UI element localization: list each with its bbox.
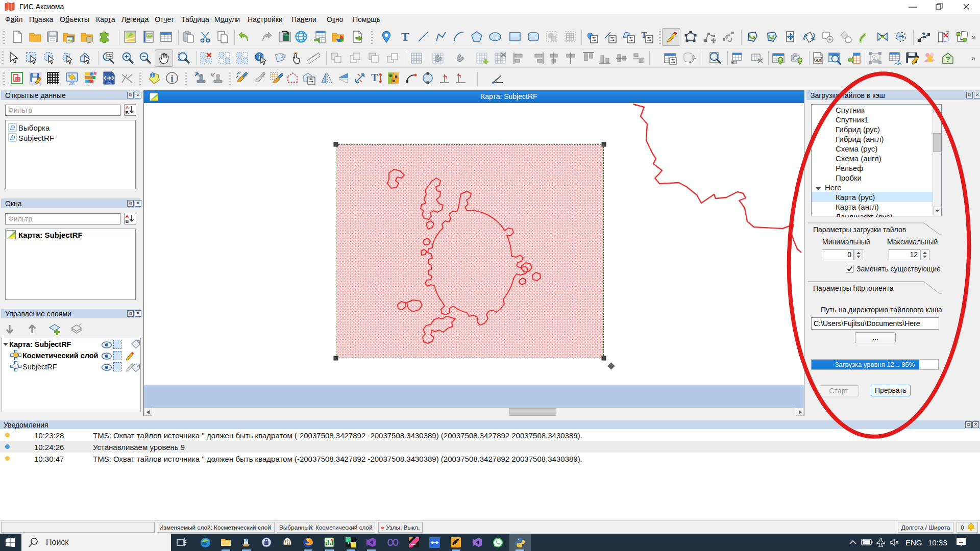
svg-text:А: А: [126, 214, 129, 219]
svg-text:В: В: [126, 219, 129, 224]
svg-text:i: i: [170, 73, 173, 84]
svg-text:ЧИЦ: ЧИЦ: [69, 83, 76, 85]
svg-text:i: i: [152, 73, 154, 78]
svg-text:T: T: [401, 30, 409, 43]
svg-text:А: А: [126, 105, 129, 110]
svg-text:В: В: [126, 110, 129, 115]
svg-text:T: T: [371, 72, 378, 83]
svg-text:XML: XML: [106, 81, 112, 84]
svg-text:?: ?: [945, 55, 950, 63]
svg-text:SQL: SQL: [814, 58, 822, 62]
svg-text:PC: PC: [348, 541, 353, 545]
